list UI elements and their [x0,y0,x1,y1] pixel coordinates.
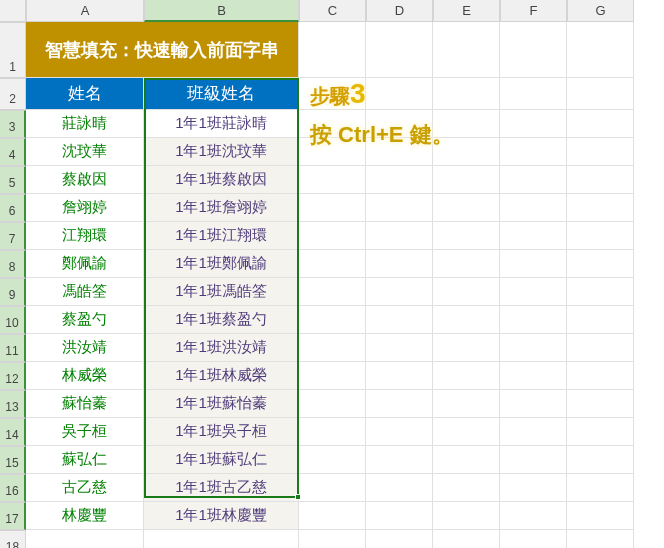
cell[interactable] [366,278,433,306]
name-cell[interactable]: 蔡盈勺 [26,306,144,334]
cell[interactable] [500,166,567,194]
cell[interactable] [299,278,366,306]
cell[interactable] [567,222,634,250]
name-cell[interactable]: 蔡啟因 [26,166,144,194]
cell[interactable] [433,166,500,194]
col-header-A[interactable]: A [26,0,144,22]
cell[interactable] [567,278,634,306]
name-cell[interactable]: 詹翊婷 [26,194,144,222]
name-cell[interactable]: 蘇怡蓁 [26,390,144,418]
row-header-13[interactable]: 13 [0,390,26,418]
classname-cell[interactable]: 1年1班蔡啟因 [144,166,299,194]
col-header-C[interactable]: C [299,0,366,22]
cell[interactable] [567,362,634,390]
cell[interactable] [500,78,567,110]
cell[interactable] [299,418,366,446]
row-header-16[interactable]: 16 [0,474,26,502]
cell[interactable] [567,22,634,78]
cell[interactable] [567,166,634,194]
cell[interactable] [299,530,366,548]
corner[interactable] [0,0,26,22]
cell[interactable] [500,390,567,418]
row-header-8[interactable]: 8 [0,250,26,278]
cell[interactable] [366,362,433,390]
name-cell[interactable]: 馮皓筌 [26,278,144,306]
classname-cell[interactable]: 1年1班鄭佩諭 [144,250,299,278]
cell[interactable] [299,502,366,530]
cell[interactable] [366,250,433,278]
cell[interactable] [567,306,634,334]
cell[interactable] [299,362,366,390]
cell[interactable] [299,194,366,222]
row-header-6[interactable]: 6 [0,194,26,222]
classname-cell[interactable]: 1年1班莊詠晴 [144,110,299,138]
cell[interactable] [433,306,500,334]
cell[interactable] [500,306,567,334]
classname-cell[interactable]: 1年1班馮皓筌 [144,278,299,306]
row-header-5[interactable]: 5 [0,166,26,194]
cell[interactable] [567,250,634,278]
cell[interactable] [366,530,433,548]
classname-cell[interactable]: 1年1班江翔環 [144,222,299,250]
row-header-7[interactable]: 7 [0,222,26,250]
cell[interactable] [500,502,567,530]
cell[interactable] [567,446,634,474]
classname-cell[interactable]: 1年1班林威榮 [144,362,299,390]
cell[interactable] [500,278,567,306]
row-header-3[interactable]: 3 [0,110,26,138]
name-cell[interactable]: 江翔環 [26,222,144,250]
cell[interactable] [500,418,567,446]
cell[interactable] [500,22,567,78]
cell[interactable] [366,222,433,250]
cell[interactable] [26,530,144,548]
cell[interactable] [433,22,500,78]
cell[interactable] [433,250,500,278]
row-header-2[interactable]: 2 [0,78,26,110]
row-header-12[interactable]: 12 [0,362,26,390]
cell[interactable] [500,194,567,222]
cell[interactable] [567,418,634,446]
classname-cell[interactable]: 1年1班洪汝靖 [144,334,299,362]
name-cell[interactable]: 蘇弘仁 [26,446,144,474]
name-cell[interactable]: 沈玟華 [26,138,144,166]
cell[interactable] [500,362,567,390]
cell[interactable] [433,474,500,502]
cell[interactable] [366,474,433,502]
cell[interactable] [500,446,567,474]
cell[interactable] [500,250,567,278]
cell[interactable] [299,22,366,78]
cell[interactable] [299,222,366,250]
cell[interactable] [433,530,500,548]
classname-cell[interactable]: 1年1班蘇弘仁 [144,446,299,474]
cell[interactable] [433,194,500,222]
cell[interactable] [366,502,433,530]
cell[interactable] [366,334,433,362]
row-header-1[interactable]: 1 [0,22,26,78]
name-cell[interactable]: 莊詠晴 [26,110,144,138]
row-header-17[interactable]: 17 [0,502,26,530]
col-header-B[interactable]: B [144,0,299,22]
cell[interactable] [299,334,366,362]
row-header-18[interactable]: 18 [0,530,26,548]
classname-cell[interactable]: 1年1班詹翊婷 [144,194,299,222]
col-header-F[interactable]: F [500,0,567,22]
cell[interactable] [433,334,500,362]
cell[interactable] [366,306,433,334]
cell[interactable] [567,334,634,362]
row-header-10[interactable]: 10 [0,306,26,334]
classname-cell[interactable]: 1年1班古乙慈 [144,474,299,502]
cell[interactable] [299,166,366,194]
cell[interactable] [433,362,500,390]
row-header-9[interactable]: 9 [0,278,26,306]
cell[interactable] [567,530,634,548]
cell[interactable] [567,390,634,418]
cell[interactable] [567,474,634,502]
cell[interactable] [500,222,567,250]
cell[interactable] [433,418,500,446]
classname-cell[interactable]: 1年1班蘇怡蓁 [144,390,299,418]
cell[interactable] [366,194,433,222]
cell[interactable] [567,110,634,138]
classname-cell[interactable]: 1年1班蔡盈勺 [144,306,299,334]
cell[interactable] [144,530,299,548]
cell[interactable] [366,446,433,474]
